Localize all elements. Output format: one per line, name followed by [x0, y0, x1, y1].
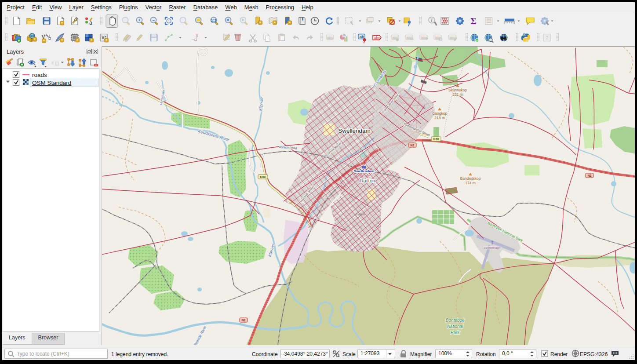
- svg-text:*: *: [106, 38, 107, 43]
- svg-text:OSM Standard: OSM Standard: [32, 80, 71, 86]
- svg-text:N2: N2: [242, 319, 246, 322]
- svg-text:R60: R60: [433, 138, 439, 141]
- svg-text:Bandietskop: Bandietskop: [460, 176, 481, 181]
- svg-text:N2: N2: [588, 174, 592, 177]
- svg-text:+: +: [138, 18, 140, 22]
- svg-text:*: *: [61, 38, 63, 43]
- svg-text:*: *: [43, 39, 45, 43]
- svg-text:Railton: Railton: [360, 178, 375, 183]
- svg-text:*: *: [274, 21, 276, 25]
- svg-text:218 m: 218 m: [434, 116, 445, 120]
- svg-text:Swellendam: Swellendam: [354, 169, 374, 173]
- svg-text:i: i: [431, 18, 433, 23]
- svg-text:−: −: [152, 18, 154, 22]
- svg-text:R60: R60: [260, 175, 266, 178]
- svg-text:*: *: [259, 21, 261, 25]
- svg-text:ε: ε: [51, 59, 54, 66]
- svg-text:Railton: Railton: [355, 213, 365, 216]
- svg-text:abc: abc: [328, 36, 333, 40]
- svg-text:*: *: [91, 38, 92, 43]
- svg-text:Swellendam: Swellendam: [484, 246, 502, 250]
- svg-text:abc: abc: [450, 36, 455, 40]
- svg-text:V: V: [102, 35, 105, 40]
- svg-text:Skurwekop: Skurwekop: [448, 88, 467, 92]
- svg-text:*: *: [34, 37, 36, 42]
- svg-text:roads: roads: [32, 72, 47, 78]
- svg-text:Σ: Σ: [470, 16, 476, 26]
- svg-text:N2: N2: [411, 144, 415, 147]
- svg-text:*: *: [61, 21, 63, 25]
- svg-text:Swellendam: Swellendam: [338, 127, 371, 134]
- svg-text:abc: abc: [421, 36, 427, 40]
- svg-text:Gangkop: Gangkop: [432, 111, 448, 116]
- svg-text:231 m: 231 m: [452, 92, 463, 97]
- svg-text:*: *: [76, 38, 78, 43]
- svg-text:*: *: [289, 21, 291, 25]
- svg-text:Bontebok: Bontebok: [446, 318, 465, 323]
- svg-text:abc: abc: [374, 36, 380, 40]
- svg-text:?: ?: [546, 35, 548, 40]
- svg-text:Park: Park: [451, 330, 460, 335]
- svg-text:abc: abc: [435, 36, 441, 40]
- svg-text:174 m: 174 m: [465, 181, 476, 185]
- svg-text:ab: ab: [360, 35, 364, 39]
- svg-text:National: National: [447, 324, 463, 329]
- svg-text:1:1: 1:1: [211, 18, 216, 22]
